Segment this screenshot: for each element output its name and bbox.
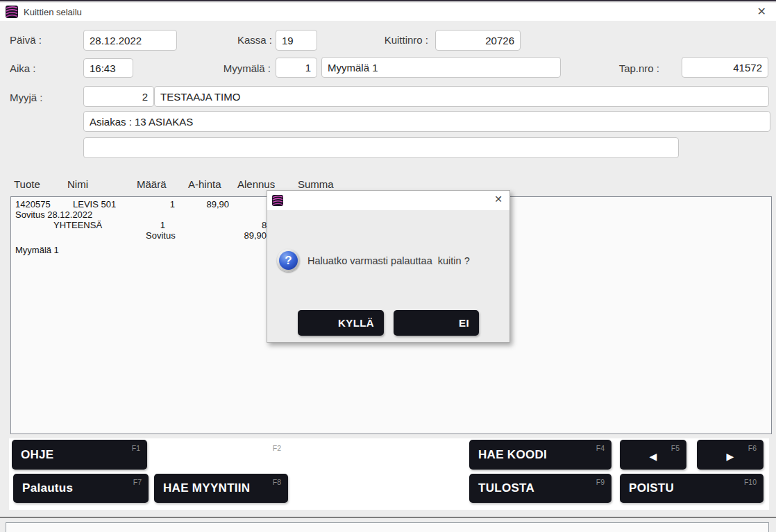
hae-myyntiin-button-label: HAE MYYNTIIN (163, 481, 250, 495)
myymala-label: Myymälä : (208, 62, 271, 74)
next-fkey-label: F6 (748, 444, 757, 452)
line2-text: Sovitus 28.12.2022 (15, 209, 92, 220)
paiva-field[interactable]: 28.12.2022 (83, 30, 177, 51)
app-logo-icon (6, 6, 18, 18)
line1-tuote: 1420575 (15, 199, 51, 209)
confirm-return-dialog: ✕ ? Haluatko varmasti palauttaa kuitin ?… (267, 190, 510, 343)
aika-field[interactable]: 16:43 (83, 58, 133, 78)
window-close-icon[interactable]: ✕ (757, 5, 766, 19)
f2-fkey-label: F2 (273, 444, 281, 452)
ei-button[interactable]: EI (394, 310, 479, 336)
myyja-label: Myyjä : (10, 92, 43, 103)
palautus-button-label: Palautus (22, 481, 73, 495)
dialog-close-icon[interactable]: ✕ (494, 194, 503, 205)
asiakas-field[interactable]: Asiakas : 13 ASIAKAS (83, 111, 770, 132)
line3-maara: 1 (144, 220, 165, 230)
tulosta-button-label: TULOSTA (478, 481, 534, 495)
ohje-button-label: OHJE (21, 448, 54, 462)
myymala-name-field[interactable]: Myymälä 1 (321, 57, 561, 78)
kuittinro-field[interactable]: 20726 (435, 30, 521, 51)
line1-nimi: LEVIS 501 (73, 199, 116, 209)
hae-koodi-button-label: HAE KOODI (478, 448, 547, 462)
dialog-message: Haluatko varmasti palauttaa kuitin ? (307, 255, 470, 266)
hae-koodi-button[interactable]: HAE KOODI F4 (469, 440, 611, 470)
window-title: Kuittien selailu (24, 7, 82, 17)
aika-label: Aika : (10, 62, 36, 74)
right-arrow-icon: ▶ (727, 451, 734, 462)
extra-info-field[interactable] (83, 137, 679, 158)
col-header-alennus: Alennus (237, 178, 275, 190)
hae-myyntiin-button[interactable]: HAE MYYNTIIN F8 (154, 474, 288, 503)
palautus-fkey-label: F7 (133, 478, 142, 486)
tapnro-label: Tap.nro : (597, 62, 659, 74)
line5-text: Myymälä 1 (15, 245, 59, 255)
app-window: Kuittien selailu ✕ Päivä : 28.12.2022 Ka… (0, 0, 776, 532)
line1-maara: 1 (154, 199, 175, 209)
question-mark-icon: ? (277, 249, 300, 272)
line4-value: 89,90 (239, 230, 267, 241)
col-header-tuote: Tuote (14, 178, 40, 190)
myyja-code-field[interactable]: 2 (83, 86, 154, 107)
poistu-button-label: POISTU (629, 481, 674, 495)
kylla-button[interactable]: KYLLÄ (298, 310, 384, 336)
status-bar (6, 522, 769, 532)
paiva-label: Päivä : (10, 34, 42, 46)
f2-empty-slot: F2 (154, 440, 288, 470)
line3-nimi: YHTEENSÄ (53, 220, 102, 230)
myymala-code-field[interactable]: 1 (276, 58, 317, 78)
dialog-logo-icon (272, 195, 283, 206)
tulosta-button[interactable]: TULOSTA F9 (469, 474, 611, 503)
previous-button[interactable]: ◀ F5 (620, 440, 686, 470)
line1-ahinta: 89,90 (201, 199, 229, 209)
previous-fkey-label: F5 (671, 444, 680, 452)
ohje-fkey-label: F1 (132, 444, 140, 452)
kuittinro-label: Kuittinro : (351, 34, 428, 46)
left-arrow-icon: ◀ (650, 451, 657, 462)
hae-koodi-fkey-label: F4 (596, 444, 605, 452)
palautus-button[interactable]: Palautus F7 (13, 474, 149, 503)
hae-myyntiin-fkey-label: F8 (273, 478, 281, 486)
ohje-button[interactable]: OHJE F1 (12, 440, 147, 470)
line4-label: Sovitus (146, 230, 176, 241)
col-header-nimi: Nimi (67, 178, 88, 190)
next-button[interactable]: ▶ F6 (697, 440, 764, 470)
kassa-label: Kassa : (222, 34, 272, 46)
title-bar: Kuittien selailu ✕ (0, 3, 776, 21)
poistu-button[interactable]: POISTU F10 (620, 474, 764, 503)
myyja-name-field[interactable]: TESTAAJA TIMO (154, 86, 769, 107)
tulosta-fkey-label: F9 (596, 478, 605, 486)
dialog-title-bar: ✕ (267, 191, 509, 210)
bottom-divider (0, 517, 776, 518)
kassa-field[interactable]: 19 (276, 30, 317, 51)
poistu-fkey-label: F10 (744, 478, 757, 486)
col-header-summa: Summa (298, 178, 334, 190)
col-header-ahinta: A-hinta (188, 178, 221, 190)
col-header-maara: Määrä (137, 178, 167, 190)
tapnro-field[interactable]: 41572 (682, 57, 768, 78)
